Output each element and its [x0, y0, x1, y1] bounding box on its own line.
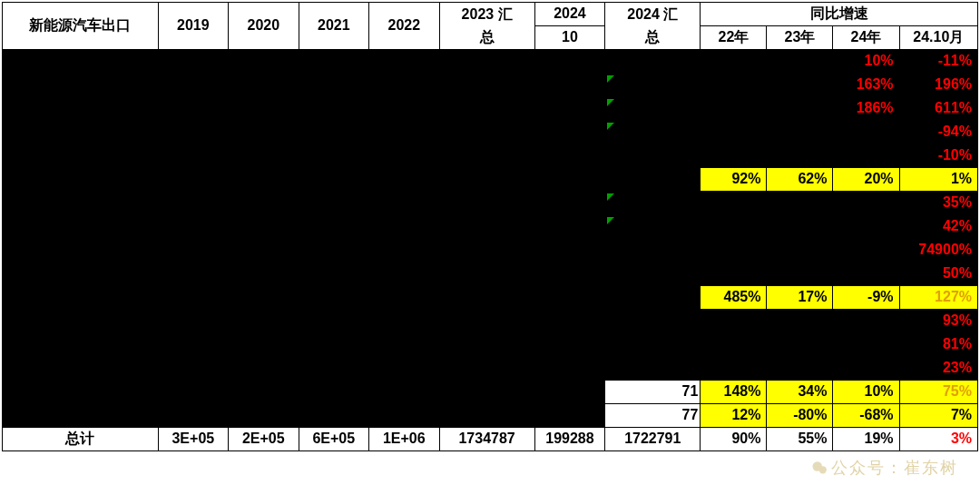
growth-cell: [767, 310, 833, 333]
data-cell: [299, 215, 368, 239]
data-cell: [3, 381, 159, 404]
data-cell: [299, 121, 368, 144]
col-growth-24: 24年: [833, 26, 899, 50]
growth-cell: [701, 121, 767, 144]
data-cell: [605, 74, 701, 97]
data-cell: [369, 121, 439, 144]
growth-cell: 50%: [899, 262, 977, 286]
data-cell: [439, 74, 534, 97]
data-cell: [3, 121, 159, 144]
table-footer: 总计 3E+05 2E+05 6E+05 1E+06 1734787 19928…: [3, 428, 978, 451]
total-g2410: 3%: [899, 428, 977, 451]
growth-cell: 127%: [899, 286, 977, 310]
data-cell: [439, 239, 534, 262]
table-row: 186%611%: [3, 97, 978, 121]
data-cell: [439, 144, 534, 168]
growth-cell: [833, 215, 899, 239]
col-growth-22: 22年: [701, 26, 767, 50]
data-cell: [534, 121, 604, 144]
data-cell: [605, 97, 701, 121]
col-growth-group: 同比增速: [701, 3, 978, 26]
table-row: 74900%: [3, 239, 978, 262]
total-2019: 3E+05: [158, 428, 228, 451]
growth-cell: [767, 192, 833, 215]
data-cell: [605, 262, 701, 286]
growth-cell: [833, 310, 899, 333]
data-cell: [3, 286, 159, 310]
growth-cell: 12%: [701, 404, 767, 428]
col-growth-23: 23年: [767, 26, 833, 50]
growth-cell: [833, 357, 899, 381]
data-cell: [3, 404, 159, 428]
data-cell: [229, 144, 299, 168]
growth-cell: 1%: [899, 168, 977, 192]
data-cell: [158, 404, 228, 428]
data-cell: [534, 262, 604, 286]
col-2019: 2019: [158, 3, 228, 50]
growth-cell: -9%: [833, 286, 899, 310]
col-2024sum-l2: 总: [605, 26, 701, 50]
data-cell: [369, 381, 439, 404]
data-cell: [439, 215, 534, 239]
data-cell: [534, 333, 604, 357]
data-cell: [229, 404, 299, 428]
col-2024m-l1: 2024: [534, 3, 604, 26]
col-2022: 2022: [369, 3, 439, 50]
growth-cell: [833, 262, 899, 286]
data-cell: [534, 286, 604, 310]
data-cell: [369, 192, 439, 215]
data-cell: [299, 50, 368, 74]
growth-cell: [767, 144, 833, 168]
data-cell: [3, 215, 159, 239]
data-cell: [605, 286, 701, 310]
data-cell: [229, 239, 299, 262]
table-row: -94%: [3, 121, 978, 144]
data-cell: [439, 262, 534, 286]
data-cell: [299, 286, 368, 310]
data-cell: [439, 121, 534, 144]
table-body: 10%-11%163%196%186%611%-94%-10%92%62%20%…: [3, 50, 978, 428]
data-cell: [534, 192, 604, 215]
growth-cell: [701, 239, 767, 262]
data-cell: [3, 239, 159, 262]
data-cell: [158, 121, 228, 144]
total-2023s: 1734787: [439, 428, 534, 451]
data-cell: [369, 144, 439, 168]
nev-export-table: 新能源汽车出口 2019 2020 2021 2022 2023 汇 2024 …: [2, 2, 978, 451]
table-row: 71148%34%10%75%: [3, 381, 978, 404]
data-cell: [3, 333, 159, 357]
data-cell: [3, 97, 159, 121]
data-cell: [3, 262, 159, 286]
data-cell: [369, 97, 439, 121]
data-cell: [534, 168, 604, 192]
data-cell: [299, 333, 368, 357]
growth-cell: [701, 97, 767, 121]
data-cell: [158, 168, 228, 192]
data-cell: [229, 74, 299, 97]
data-cell: [605, 333, 701, 357]
growth-cell: [701, 74, 767, 97]
growth-cell: [701, 333, 767, 357]
growth-cell: [767, 50, 833, 74]
data-cell: [439, 357, 534, 381]
table-row: 35%: [3, 192, 978, 215]
total-label: 总计: [3, 428, 159, 451]
growth-cell: 74900%: [899, 239, 977, 262]
data-cell: [158, 333, 228, 357]
data-cell: [534, 74, 604, 97]
data-cell: [369, 239, 439, 262]
data-cell: [605, 144, 701, 168]
data-cell: [605, 215, 701, 239]
data-cell: [158, 144, 228, 168]
growth-cell: [701, 215, 767, 239]
growth-cell: 10%: [833, 381, 899, 404]
data-cell: [299, 404, 368, 428]
data-cell: [299, 168, 368, 192]
data-cell: [605, 121, 701, 144]
total-2022: 1E+06: [369, 428, 439, 451]
data-cell: [299, 144, 368, 168]
growth-cell: [767, 262, 833, 286]
data-cell: [534, 97, 604, 121]
growth-cell: 196%: [899, 74, 977, 97]
sum2024-tail: 77: [605, 404, 701, 428]
